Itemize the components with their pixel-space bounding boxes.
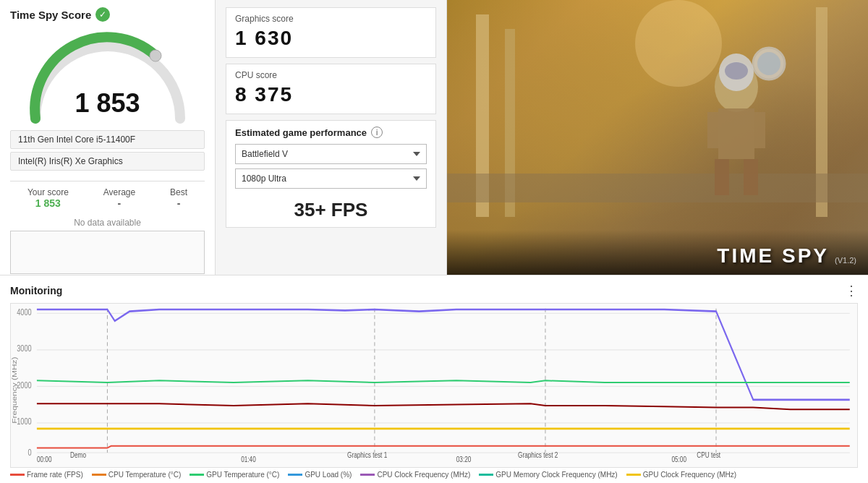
legend-cpu-temp: CPU Temperature (°C): [92, 471, 182, 479]
estimated-header: Estimated game performance i: [235, 127, 427, 138]
cpu-score-box: CPU score 8 375: [226, 64, 436, 114]
svg-point-16: [757, 52, 780, 75]
legend-color-gpu-temp: [190, 474, 204, 476]
legend-color-gpu-load: [288, 474, 302, 476]
monitoring-chart: 4000 3000 2000 1000 0 Frequency (MHz) De…: [11, 304, 857, 467]
chart-area: 4000 3000 2000 1000 0 Frequency (MHz) De…: [10, 303, 858, 468]
best-score-value: -: [170, 197, 187, 209]
your-score-label: Your score: [27, 187, 69, 197]
top-section: Time Spy Score ✓ 1 853 11th Gen Intel Co…: [0, 0, 868, 275]
resolution-dropdown[interactable]: 1080p Ultra 1440p Ultra 4K Ultra: [235, 168, 427, 189]
legend-gpu-temp: GPU Temperature (°C): [190, 471, 279, 479]
right-panel: TIME SPY (V1.2): [447, 0, 868, 275]
game-version: (V1.2): [835, 256, 856, 265]
average-score-value: -: [103, 197, 135, 209]
svg-text:03:20: 03:20: [456, 455, 472, 463]
svg-text:CPU test: CPU test: [697, 450, 720, 459]
svg-text:01:40: 01:40: [241, 455, 256, 463]
svg-text:0: 0: [28, 448, 32, 457]
average-score-label: Average: [103, 187, 135, 197]
svg-text:4000: 4000: [17, 307, 32, 317]
fps-display: 35+ FPS: [235, 199, 427, 221]
legend-gpu-mem-freq: GPU Memory Clock Frequency (MHz): [479, 471, 617, 479]
legend-gpu-clock-freq: GPU Clock Frequency (MHz): [626, 471, 736, 479]
cpu-score-value: 8 375: [235, 83, 427, 106]
svg-text:2000: 2000: [17, 380, 32, 390]
legend-color-cpu-freq: [360, 474, 375, 476]
svg-rect-10: [754, 112, 765, 148]
gpu-info: Intel(R) Iris(R) Xe Graphics: [10, 152, 205, 171]
svg-text:00:00: 00:00: [37, 455, 52, 463]
cpu-score-label: CPU score: [235, 70, 427, 80]
svg-point-14: [725, 62, 748, 80]
graphics-score-label: Graphics score: [235, 14, 427, 24]
estimated-label: Estimated game performance: [235, 127, 367, 138]
info-icon[interactable]: i: [371, 127, 383, 138]
legend-color-gpu-mem-freq: [479, 474, 493, 476]
legend-color-gpu-clock-freq: [626, 474, 641, 476]
monitoring-section: Monitoring ⋮ 4000 3000 2000 1000 0 Frequ…: [0, 275, 868, 483]
game-title-overlay: TIME SPY (V1.2): [447, 230, 868, 275]
scores-row: Your score 1 853 Average - Best -: [10, 181, 205, 209]
svg-rect-11: [715, 159, 729, 195]
svg-point-0: [150, 50, 161, 61]
svg-text:Graphics test 2: Graphics test 2: [518, 450, 558, 459]
legend-gpu-load: GPU Load (%): [288, 471, 352, 479]
game-dropdown[interactable]: Battlefield V Cyberpunk 2077 Shadow of t…: [235, 144, 427, 164]
svg-rect-6: [447, 174, 868, 202]
your-score-col: Your score 1 853: [27, 187, 69, 209]
best-score-label: Best: [170, 187, 187, 197]
no-data-label: No data available: [10, 218, 205, 228]
svg-rect-8: [718, 108, 754, 159]
graphics-score-box: Graphics score 1 630: [226, 7, 436, 58]
monitoring-header: Monitoring ⋮: [10, 283, 858, 299]
svg-point-5: [635, 0, 722, 87]
legend-cpu-freq: CPU Clock Frequency (MHz): [360, 471, 470, 479]
more-options-icon[interactable]: ⋮: [845, 283, 858, 299]
no-data-section: No data available 0 2000 4000 6000 8000 …: [10, 218, 205, 283]
no-data-bar: [10, 231, 205, 274]
legend-color-frame-rate: [10, 474, 25, 476]
best-score-col: Best -: [170, 187, 187, 209]
svg-rect-9: [707, 112, 718, 148]
estimated-section: Estimated game performance i Battlefield…: [226, 120, 436, 228]
game-image-background: TIME SPY (V1.2): [447, 0, 868, 275]
legend-frame-rate: Frame rate (FPS): [10, 471, 83, 479]
your-score-value: 1 853: [27, 197, 69, 209]
game-title: TIME SPY: [717, 244, 829, 268]
monitoring-title: Monitoring: [10, 285, 62, 296]
cpu-info: 11th Gen Intel Core i5-11400F: [10, 130, 205, 149]
svg-text:Graphics test 1: Graphics test 1: [347, 450, 387, 459]
average-score-col: Average -: [103, 187, 135, 209]
graphics-score-value: 1 630: [235, 27, 427, 50]
legend-color-cpu-temp: [92, 474, 106, 476]
svg-text:3000: 3000: [17, 343, 32, 353]
gauge-container: 1 853: [21, 25, 195, 126]
chart-legend: Frame rate (FPS) CPU Temperature (°C) GP…: [10, 471, 858, 479]
left-panel: Time Spy Score ✓ 1 853 11th Gen Intel Co…: [0, 0, 216, 275]
svg-text:Demo: Demo: [70, 450, 86, 459]
left-header: Time Spy Score ✓: [10, 7, 205, 22]
svg-text:Frequency (MHz): Frequency (MHz): [11, 357, 18, 424]
svg-rect-12: [744, 159, 758, 195]
svg-text:1000: 1000: [17, 416, 32, 426]
svg-text:05:00: 05:00: [671, 455, 686, 463]
check-icon: ✓: [95, 7, 110, 22]
main-container: Time Spy Score ✓ 1 853 11th Gen Intel Co…: [0, 0, 868, 483]
gauge-score: 1 853: [75, 88, 140, 119]
middle-panel: Graphics score 1 630 CPU score 8 375 Est…: [216, 0, 447, 275]
page-title: Time Spy Score: [10, 9, 91, 21]
